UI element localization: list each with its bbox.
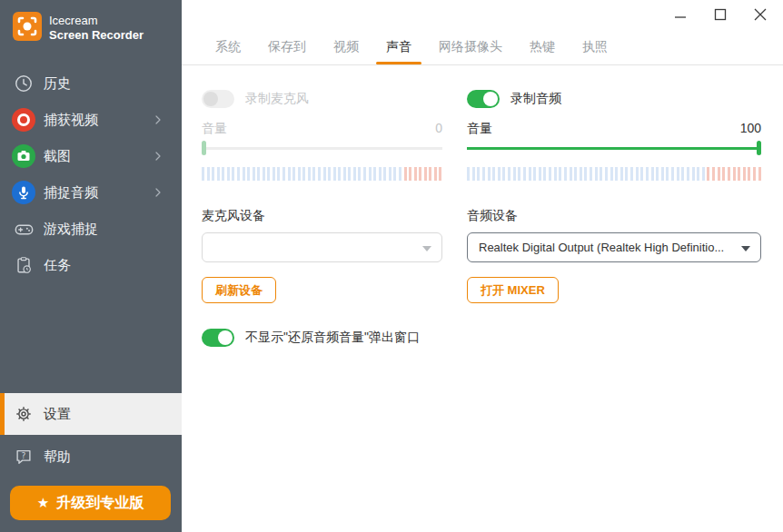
mic-volume-slider[interactable] <box>202 141 442 155</box>
tasks-clipboard-icon <box>12 253 35 277</box>
settings-tabbar: 系统 保存到 视频 声音 网络摄像头 热键 执照 <box>182 29 783 65</box>
sidebar-item-label: 游戏捕捉 <box>44 221 98 238</box>
audio-device-dropdown[interactable]: Realtek Digital Output (Realtek High Def… <box>467 232 761 262</box>
audio-level-meter <box>467 167 761 181</box>
maximize-icon <box>709 3 732 26</box>
close-icon <box>748 3 772 26</box>
slider-thumb[interactable] <box>202 141 206 155</box>
slider-thumb[interactable] <box>757 141 761 155</box>
tab-system[interactable]: 系统 <box>215 29 241 64</box>
sidebar-item-help[interactable]: ? 帮助 <box>0 438 182 475</box>
refresh-devices-button[interactable]: 刷新设备 <box>202 277 276 303</box>
app-name-line2: Screen Recorder <box>49 28 144 43</box>
sidebar-item-tasks[interactable]: 任务 <box>0 247 182 283</box>
mic-volume-label: 音量 <box>202 121 227 137</box>
help-bubble-icon: ? <box>12 445 35 468</box>
sidebar-item-screenshot[interactable]: 截图 <box>0 138 182 174</box>
sidebar-item-label: 帮助 <box>44 448 71 466</box>
tab-video[interactable]: 视频 <box>333 29 359 64</box>
upgrade-to-pro-button[interactable]: ★ 升级到专业版 <box>10 486 171 520</box>
upgrade-label: 升级到专业版 <box>56 494 144 513</box>
record-circle-icon <box>12 108 35 132</box>
tab-license[interactable]: 执照 <box>582 29 608 64</box>
maximize-button[interactable] <box>707 3 734 26</box>
audio-volume-label: 音量 <box>467 121 492 137</box>
tab-save-to[interactable]: 保存到 <box>268 29 306 64</box>
app-logo-icon <box>13 12 42 44</box>
hide-restore-volume-popup-toggle[interactable] <box>202 329 234 347</box>
minimize-icon <box>669 3 692 26</box>
mic-volume-value: 0 <box>435 121 442 137</box>
mic-level-meter <box>202 167 442 181</box>
audio-volume-slider[interactable] <box>467 141 761 155</box>
sidebar-item-label: 捕捉音频 <box>44 184 98 202</box>
open-mixer-button[interactable]: 打开 MIXER <box>467 277 559 303</box>
sidebar-item-history[interactable]: 历史 <box>0 65 182 102</box>
microphone-circle-icon <box>12 181 35 204</box>
app-logo: Icecream Screen Recorder <box>0 0 182 44</box>
gamepad-icon <box>12 217 35 241</box>
audio-device-label: 音频设备 <box>467 208 761 224</box>
microphone-panel: 录制麦克风 音量 0 麦克风设备 刷新设备 不显示"还原音 <box>202 65 442 347</box>
hide-restore-volume-popup-label: 不显示"还原音频音量"弹出窗口 <box>245 330 420 346</box>
tab-webcam[interactable]: 网络摄像头 <box>439 29 502 64</box>
gear-icon <box>12 402 35 426</box>
sidebar-nav: 历史 捕获视频 截图 <box>0 65 182 283</box>
mic-device-label: 麦克风设备 <box>202 208 442 224</box>
titlebar <box>182 0 783 29</box>
sound-settings-content: 录制麦克风 音量 0 麦克风设备 刷新设备 不显示"还原音 <box>182 65 783 347</box>
record-microphone-toggle[interactable] <box>202 90 234 108</box>
main-area: 系统 保存到 视频 声音 网络摄像头 热键 执照 录制麦克风 音量 0 <box>182 0 783 532</box>
close-button[interactable] <box>747 3 774 26</box>
sidebar-item-label: 历史 <box>44 75 71 93</box>
audio-panel: 录制音频 音量 100 音频设备 Realtek Digital Output … <box>467 65 761 347</box>
tab-sound[interactable]: 声音 <box>386 29 411 64</box>
sidebar-item-game-capture[interactable]: 游戏捕捉 <box>0 211 182 247</box>
record-audio-toggle[interactable] <box>467 90 500 108</box>
app-window: Icecream Screen Recorder 历史 捕获视频 <box>0 0 783 532</box>
sidebar-item-settings[interactable]: 设置 <box>0 393 182 435</box>
star-icon: ★ <box>37 495 49 511</box>
audio-device-value: Realtek Digital Output (Realtek High Def… <box>479 241 724 254</box>
chevron-right-icon <box>151 149 165 166</box>
sidebar-item-capture-audio[interactable]: 捕捉音频 <box>0 174 182 211</box>
chevron-down-icon <box>422 246 431 251</box>
chevron-down-icon <box>741 246 750 251</box>
tab-hotkeys[interactable]: 热键 <box>530 29 555 64</box>
chevron-right-icon <box>151 113 165 130</box>
sidebar-item-label: 捕获视频 <box>44 112 98 129</box>
sidebar-item-capture-video[interactable]: 捕获视频 <box>0 102 182 138</box>
sidebar-item-label: 设置 <box>44 406 71 423</box>
camera-circle-icon <box>12 144 35 168</box>
sidebar-item-label: 任务 <box>44 257 71 274</box>
history-clock-icon <box>12 72 35 95</box>
mic-device-dropdown[interactable] <box>202 232 442 262</box>
record-audio-label: 录制音频 <box>510 91 561 107</box>
sidebar: Icecream Screen Recorder 历史 捕获视频 <box>0 0 182 532</box>
record-microphone-label: 录制麦克风 <box>245 91 309 107</box>
sidebar-item-label: 截图 <box>44 148 71 165</box>
svg-text:?: ? <box>22 450 26 460</box>
audio-volume-value: 100 <box>740 121 761 137</box>
chevron-right-icon <box>151 185 165 202</box>
app-name-line1: Icecream <box>49 14 144 28</box>
minimize-button[interactable] <box>667 3 694 26</box>
